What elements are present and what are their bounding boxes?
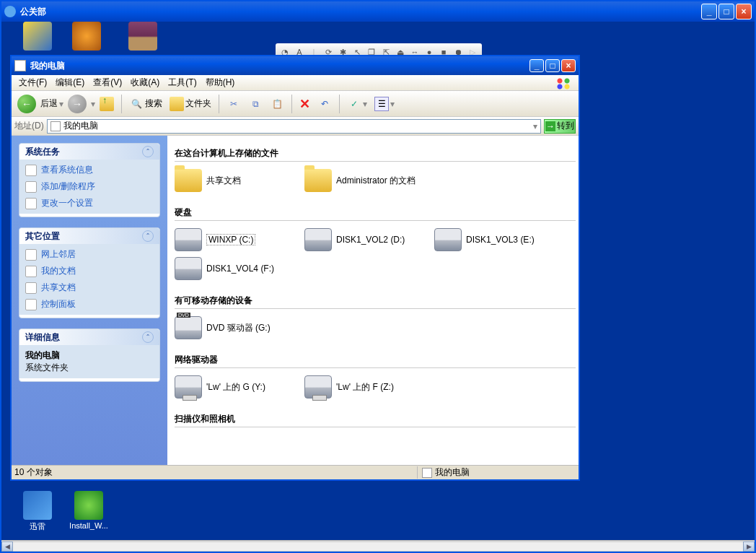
check-button[interactable]: ✓▾ [344,94,370,114]
other-places-header[interactable]: 其它位置 ˆ [19,228,159,244]
menu-tools[interactable]: 工具(T) [164,75,201,90]
outlook-icon [23,22,52,51]
views-button[interactable]: ☰▾ [372,94,397,114]
scroll-right-button[interactable]: ▶ [743,541,755,552]
details-title: 详细信息 [25,331,60,344]
copy-icon: ⧉ [248,97,263,111]
shared-docs-icon [25,282,37,294]
link-shared-documents[interactable]: 共享文档 [25,282,154,294]
other-places-panel: 其它位置 ˆ 网上邻居 我的文档 共享文档 控制面板 [19,227,160,318]
address-dropdown-icon[interactable]: ▾ [533,121,537,131]
search-button[interactable]: 🔍搜索 [126,94,165,114]
back-label: 后退 [40,97,58,110]
address-input[interactable]: 我的电脑 ▾ [47,119,541,134]
remote-desktop[interactable]: ◔ A | ⟳ ✱ ↖ ❐ ⇱ ⏏ ↔ ● ■ ⏺ ▷ 我的电脑 _ □ × [1,22,755,540]
link-control-panel[interactable]: 控制面板 [25,298,154,310]
scroll-track[interactable] [13,541,743,552]
paste-icon: 📋 [270,97,284,111]
explorer-minimize-button[interactable]: _ [529,59,544,72]
my-computer-small-icon [50,121,61,131]
go-button[interactable]: → 转到 [544,119,576,134]
collapse-icon[interactable]: ˆ [142,146,154,157]
collapse-icon-2[interactable]: ˆ [142,230,154,242]
details-panel: 详细信息 ˆ 我的电脑 系统文件夹 [19,328,160,382]
back-dropdown-icon[interactable]: ▾ [59,99,63,109]
outer-close-button[interactable]: × [736,4,752,19]
explorer-maximize-button[interactable]: □ [545,59,560,72]
item-drive-c[interactable]: WINXP (C:) [175,228,290,251]
copy-button[interactable]: ⧉ [245,94,265,114]
group-files-header: 在这台计算机上存储的文件 [175,147,576,162]
desktop-icon-install[interactable]: Install_W... [63,491,114,530]
item-shared-documents[interactable]: 共享文档 [175,169,290,192]
folders-button[interactable]: 文件夹 [167,94,214,114]
item-dvd-g[interactable]: DVD 驱动器 (G:) [175,316,290,339]
delete-button[interactable]: ✕ [296,94,313,114]
undo-button[interactable]: ↶ [315,94,335,114]
item-admin-documents[interactable]: Administrator 的文档 [304,169,420,192]
explorer-close-button[interactable]: × [561,59,576,72]
explorer-side-panel: 系统任务 ˆ 查看系统信息 添加/删除程序 更改一个设置 其它位置 ˆ [12,136,167,465]
desktop-icon-headset[interactable] [63,22,110,52]
outer-horizontal-scrollbar[interactable]: ◀ ▶ [1,540,755,552]
item-drive-d[interactable]: DISK1_VOL2 (D:) [304,228,420,251]
paste-button[interactable]: 📋 [267,94,287,114]
explorer-statusbar: 10 个对象 我的电脑 [12,465,579,479]
go-arrow-icon: → [545,121,555,131]
details-header[interactable]: 详细信息 ˆ [19,329,159,345]
search-label: 搜索 [145,97,162,110]
headset-icon [72,22,101,51]
menu-file[interactable]: 文件(F) [14,75,51,90]
link-my-documents[interactable]: 我的文档 [25,265,154,277]
desktop-icon-outlook[interactable] [14,22,61,52]
group-removable-header: 有可移动存储的设备 [175,295,576,309]
group-scanners-header: 扫描仪和照相机 [175,413,576,427]
outer-maximize-button[interactable]: □ [718,4,734,19]
msn-icon [74,491,103,520]
explorer-title: 我的电脑 [30,60,529,72]
check-icon: ✓ [347,97,361,111]
explorer-titlebar[interactable]: 我的电脑 _ □ × [12,56,579,75]
winrar-icon [128,22,157,51]
folders-label: 文件夹 [185,97,211,110]
link-view-system-info[interactable]: 查看系统信息 [25,164,154,176]
forward-button[interactable]: → [65,93,89,115]
folder-icon [304,169,332,192]
item-drive-e[interactable]: DISK1_VOL3 (E:) [434,228,550,251]
system-tasks-header[interactable]: 系统任务 ˆ [19,144,159,160]
system-tasks-title: 系统任务 [25,146,60,158]
folder-icon [175,169,202,192]
item-net-z[interactable]: 'Lw' 上的 F (Z:) [304,375,420,399]
link-change-setting[interactable]: 更改一个设置 [25,197,154,209]
explorer-content[interactable]: 在这台计算机上存储的文件 共享文档 Administrator 的文档 硬盘 W… [167,136,579,465]
link-network-places[interactable]: 网上邻居 [25,248,154,261]
network-drive-icon [175,375,202,399]
settings-icon [25,198,37,209]
back-button[interactable]: ← [14,93,39,115]
cut-icon: ✂ [227,97,241,111]
collapse-icon-3[interactable]: ˆ [142,331,154,343]
outer-window-title: 公关部 [20,6,701,18]
address-bar: 地址(D) 我的电脑 ▾ → 转到 [12,117,579,136]
outer-minimize-button[interactable]: _ [701,4,717,19]
menu-view[interactable]: 查看(V) [89,75,126,90]
address-value: 我的电脑 [63,120,98,132]
outer-titlebar[interactable]: 公关部 _ □ × [1,1,755,22]
desktop-icon-winrar[interactable] [120,22,166,52]
cut-button[interactable]: ✂ [224,94,244,114]
drive-icon [304,228,332,251]
item-drive-f[interactable]: DISK1_VOL4 (F:) [175,257,290,280]
menu-favorites[interactable]: 收藏(A) [126,75,164,90]
views-icon: ☰ [374,97,389,111]
address-label: 地址(D) [14,120,44,132]
menu-help[interactable]: 帮助(H) [201,75,239,90]
fwd-dropdown-icon[interactable]: ▾ [91,99,95,109]
menu-edit[interactable]: 编辑(E) [51,75,89,90]
item-net-y[interactable]: 'Lw' 上的 G (Y:) [175,375,290,399]
drive-icon [175,257,202,280]
desktop-icon-xunlei[interactable]: 迅雷 [14,491,61,532]
search-icon: 🔍 [129,97,144,111]
up-button[interactable]: ↑ [97,94,117,114]
link-add-remove-programs[interactable]: 添加/删除程序 [25,180,154,193]
scroll-left-button[interactable]: ◀ [1,541,13,552]
